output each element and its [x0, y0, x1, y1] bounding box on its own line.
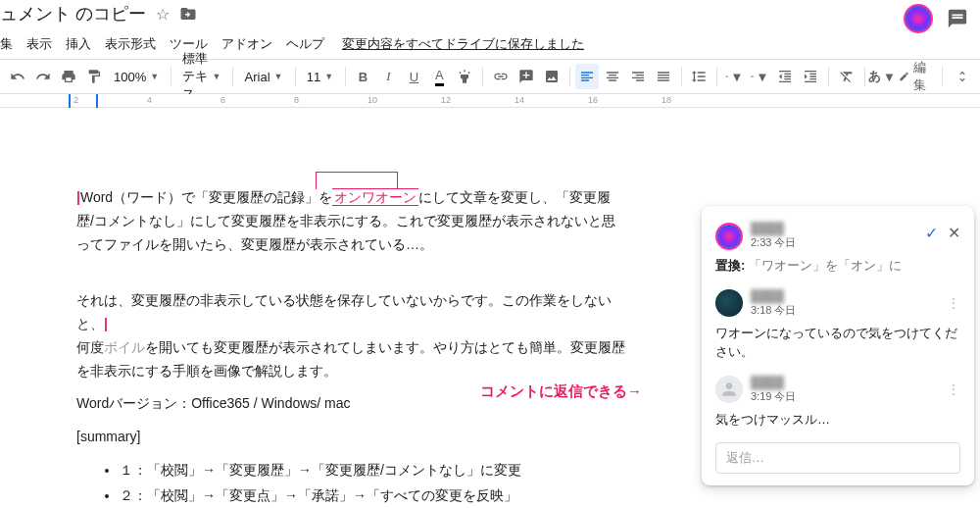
print-button[interactable]: [57, 64, 80, 89]
comment-body: 気をつけマッスル…: [715, 410, 960, 430]
italic-button[interactable]: I: [376, 64, 400, 89]
tracked-change[interactable]: オンワオーン: [332, 188, 418, 206]
ruler[interactable]: 24681012141618: [0, 94, 980, 108]
insert-image-button[interactable]: [540, 64, 564, 89]
decrease-indent-button[interactable]: [773, 64, 797, 89]
document-title[interactable]: ュメント のコピー: [0, 2, 146, 25]
highlight-button[interactable]: [453, 64, 476, 89]
comment-reply: ████ 3:19 今日 ⋮ 気をつけマッスル…: [702, 370, 974, 437]
commenter-avatar: [715, 289, 743, 317]
redo-button[interactable]: [31, 64, 55, 89]
accept-icon[interactable]: ✓: [925, 224, 938, 242]
ime-button[interactable]: あ▼: [870, 64, 894, 89]
menu-addons[interactable]: アドオン: [221, 35, 272, 53]
list-item: ２：「校閲」→「変更点」→「承諾」→「すべての変更を反映」: [120, 484, 627, 506]
document-canvas[interactable]: |Word（ワード）で「変更履歴の記録」をオンワオーンにして文章を変更し、「変更…: [0, 108, 980, 506]
commenter-avatar: [715, 376, 743, 403]
paragraph: [summary]: [76, 426, 627, 449]
comment-time: 3:19 今日: [751, 389, 796, 404]
bulleted-list-button[interactable]: ▼: [748, 64, 771, 89]
commenter-avatar: [715, 223, 743, 250]
editing-mode-button[interactable]: 編集: [896, 64, 934, 89]
open-comments-icon[interactable]: [947, 8, 968, 29]
reject-icon[interactable]: ✕: [948, 224, 960, 242]
user-avatar[interactable]: [904, 4, 933, 33]
menu-bar: 集 表示 挿入 表示形式 ツール アドオン ヘルプ 変更内容をすべてドライブに保…: [0, 33, 980, 59]
expand-button[interactable]: [951, 64, 974, 89]
menu-help[interactable]: ヘルプ: [286, 35, 324, 53]
paragraph: |Word（ワード）で「変更履歴の記録」をオンワオーンにして文章を変更し、「変更…: [76, 186, 627, 256]
annotation-arrow: コメントに返信できる→: [480, 382, 642, 401]
text-color-button[interactable]: A: [427, 64, 451, 89]
menu-view[interactable]: 表示: [26, 35, 52, 53]
add-comment-button[interactable]: [514, 64, 538, 89]
comment-time: 3:18 今日: [751, 303, 796, 318]
toolbar: 100%▼ 標準テキス…▼ Arial▼ 11▼ B I U A ▼ ▼ あ▼ …: [0, 59, 980, 94]
font-size-select[interactable]: 11▼: [301, 70, 339, 84]
align-justify-button[interactable]: [652, 64, 675, 89]
commenter-name: ████: [751, 289, 796, 303]
header-bar: ュメント のコピー ☆: [0, 0, 980, 33]
comment-menu-icon[interactable]: ⋮: [947, 381, 960, 397]
comment-menu-icon[interactable]: ⋮: [947, 295, 960, 311]
numbered-list-button[interactable]: ▼: [722, 64, 746, 89]
font-select[interactable]: Arial▼: [239, 70, 289, 84]
comment-time: 2:33 今日: [751, 235, 796, 250]
comment-body: ワオーンになっているので気をつけてください。: [715, 324, 960, 362]
line-spacing-button[interactable]: [687, 64, 710, 89]
align-right-button[interactable]: [626, 64, 650, 89]
menu-edit[interactable]: 集: [0, 35, 13, 53]
commenter-name: ████: [751, 222, 796, 235]
bulleted-list: １：「校閲」→「変更履歴」→「変更履歴/コメントなし」に変更 ２：「校閲」→「変…: [76, 459, 627, 506]
paragraph: それは、変更履歴の非表示している状態を保存していないからです。この作業をしないと…: [76, 289, 627, 382]
commenter-name: ████: [751, 376, 796, 389]
underline-button[interactable]: U: [402, 64, 425, 89]
move-icon[interactable]: [179, 5, 197, 23]
save-status[interactable]: 変更内容をすべてドライブに保存しました: [342, 35, 584, 53]
paint-format-button[interactable]: [82, 64, 106, 89]
menu-format[interactable]: 表示形式: [105, 35, 156, 53]
zoom-select[interactable]: 100%▼: [108, 70, 165, 84]
comment-body: 置換:「ワオーン」を「オン」に: [715, 256, 960, 276]
comments-panel: ████ 2:33 今日 ✓ ✕ 置換:「ワオーン」を「オン」に ████ 3:…: [702, 206, 974, 485]
reply-input[interactable]: 返信…: [715, 442, 960, 474]
increase-indent-button[interactable]: [799, 64, 822, 89]
list-item: １：「校閲」→「変更履歴」→「変更履歴/コメントなし」に変更: [120, 459, 627, 483]
star-icon[interactable]: ☆: [156, 5, 170, 24]
undo-button[interactable]: [6, 64, 29, 89]
bold-button[interactable]: B: [351, 64, 374, 89]
comment-reply: ████ 3:18 今日 ⋮ ワオーンになっているので気をつけてください。: [702, 283, 974, 370]
link-button[interactable]: [489, 64, 513, 89]
clear-formatting-button[interactable]: [835, 64, 858, 89]
align-left-button[interactable]: [575, 64, 599, 89]
menu-insert[interactable]: 挿入: [66, 35, 91, 53]
comment-thread: ████ 2:33 今日 ✓ ✕ 置換:「ワオーン」を「オン」に: [702, 216, 974, 283]
align-center-button[interactable]: [601, 64, 624, 89]
